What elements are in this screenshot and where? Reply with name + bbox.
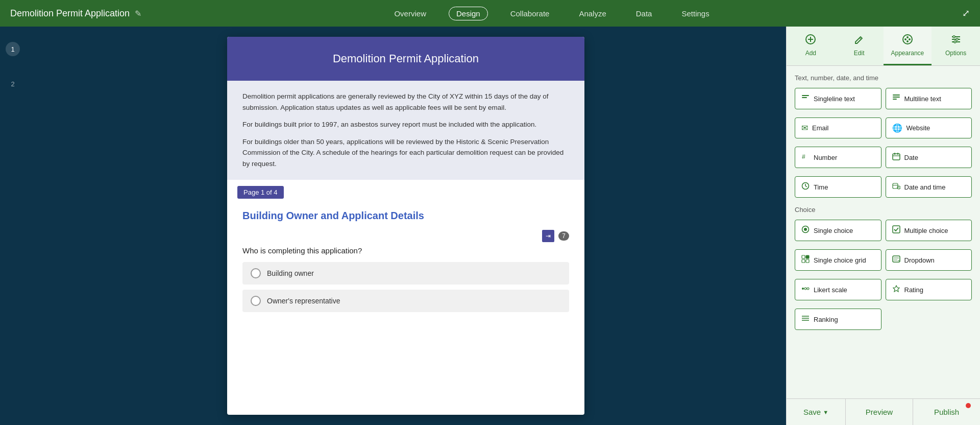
question-count: 7	[558, 231, 569, 241]
question-area: ⇥ 7 Who is completing this application? …	[227, 230, 584, 327]
widget-dropdown-label: Dropdown	[904, 256, 935, 264]
nav-design[interactable]: Design	[449, 7, 488, 20]
tab-options[interactable]: Options	[932, 27, 980, 65]
move-question-icon[interactable]: ⇥	[542, 230, 554, 242]
text-section-label: Text, number, date, and time	[795, 74, 972, 82]
nav-center: Overview Design Collaborate Analyze Data…	[141, 7, 962, 20]
multiple-choice-icon	[892, 225, 900, 235]
widget-grid-7: Likert scale Rating	[795, 279, 972, 300]
section-title: Building Owner and Applicant Details	[227, 205, 584, 230]
widget-likert-label: Likert scale	[814, 286, 847, 294]
save-button[interactable]: Save ▼	[787, 399, 846, 425]
widget-single-choice[interactable]: Single choice	[795, 220, 881, 241]
option-label-1: Building owner	[267, 269, 314, 277]
publish-notification-dot	[966, 403, 971, 408]
svg-rect-35	[802, 255, 805, 258]
nav-settings[interactable]: Settings	[674, 7, 716, 20]
svg-rect-37	[802, 259, 805, 263]
dropdown-icon	[892, 255, 900, 265]
widget-multiline-text[interactable]: Multiline text	[886, 88, 972, 109]
widget-likert-scale[interactable]: Likert scale	[795, 279, 881, 300]
tab-appearance-label: Appearance	[891, 50, 924, 57]
widget-multiline-label: Multiline text	[904, 95, 941, 103]
tab-edit[interactable]: Edit	[835, 27, 884, 65]
options-tab-icon	[950, 34, 962, 48]
nav-overview[interactable]: Overview	[387, 7, 433, 20]
appearance-tab-icon	[902, 34, 913, 48]
form-header: Demolition Permit Application	[227, 37, 584, 81]
nav-analyze[interactable]: Analyze	[572, 7, 613, 20]
canvas-area: Demolition Permit Application Demolition…	[26, 27, 786, 425]
widget-grid-8: Ranking	[795, 309, 972, 330]
widget-grid-2: ✉ Email 🌐 Website	[795, 117, 972, 138]
widget-date-and-time-label: Date and time	[904, 183, 946, 191]
preview-label: Preview	[866, 408, 893, 416]
description-p1: Demolition permit applications are gener…	[242, 91, 569, 113]
radio-circle-1	[251, 268, 261, 278]
svg-marker-45	[893, 286, 899, 292]
widget-number[interactable]: # Number	[795, 147, 881, 168]
option-building-owner[interactable]: Building owner	[242, 262, 569, 285]
widget-date[interactable]: Date	[886, 147, 972, 168]
top-navigation: Demolition Permit Application ✎ Overview…	[0, 0, 980, 27]
widget-date-and-time[interactable]: Date and time	[886, 176, 972, 198]
svg-text:#: #	[802, 153, 805, 160]
form-description: Demolition permit applications are gener…	[227, 81, 584, 180]
widget-grid-1: Singleline text Multiline text	[795, 88, 972, 109]
svg-point-44	[807, 288, 809, 290]
share-icon[interactable]: ⤢	[962, 8, 970, 19]
tab-add-label: Add	[805, 50, 816, 57]
widget-website[interactable]: 🌐 Website	[886, 117, 972, 138]
widget-date-label: Date	[904, 154, 918, 161]
widget-multiple-choice[interactable]: Multiple choice	[886, 220, 972, 241]
nav-collaborate[interactable]: Collaborate	[503, 7, 557, 20]
widget-dropdown[interactable]: Dropdown	[886, 249, 972, 271]
svg-rect-20	[893, 154, 900, 160]
page-num-2[interactable]: 2	[6, 77, 20, 91]
svg-point-42	[802, 288, 804, 290]
widget-multiple-choice-label: Multiple choice	[904, 227, 948, 234]
widget-ranking[interactable]: Ranking	[795, 309, 881, 330]
widget-website-label: Website	[906, 124, 930, 132]
number-icon: #	[801, 152, 810, 162]
form-title: Demolition Permit Application	[237, 52, 574, 65]
widget-email[interactable]: ✉ Email	[795, 117, 881, 138]
preview-button[interactable]: Preview	[846, 399, 913, 425]
publish-button[interactable]: Publish	[913, 399, 980, 425]
svg-rect-18	[893, 99, 897, 100]
tab-appearance[interactable]: Appearance	[884, 27, 932, 65]
svg-point-13	[954, 41, 956, 43]
svg-rect-15	[802, 97, 807, 98]
svg-rect-14	[802, 95, 809, 96]
svg-point-3	[903, 35, 912, 44]
widget-single-choice-grid[interactable]: Single choice grid	[795, 249, 881, 271]
panel-tabs: Add Edit Appearance Options	[787, 27, 980, 66]
widget-singleline-text[interactable]: Singleline text	[795, 88, 881, 109]
question-text: Who is completing this application?	[242, 246, 569, 255]
widget-single-choice-label: Single choice	[814, 227, 853, 234]
widget-grid-5: Single choice Multiple choice	[795, 220, 972, 241]
main-content: 1 2 Demolition Permit Application Demoli…	[0, 27, 980, 425]
nav-data[interactable]: Data	[629, 7, 659, 20]
form-body: Page 1 of 4 Building Owner and Applicant…	[227, 180, 584, 327]
widget-time[interactable]: Time	[795, 176, 881, 198]
save-dropdown-icon[interactable]: ▼	[823, 409, 828, 415]
time-icon	[801, 182, 810, 192]
page-num-1[interactable]: 1	[6, 42, 20, 56]
publish-label: Publish	[934, 408, 959, 416]
date-and-time-icon	[892, 182, 900, 192]
save-label: Save	[803, 408, 821, 416]
app-title-group: Demolition Permit Application ✎	[10, 8, 141, 19]
singleline-text-icon	[801, 93, 810, 104]
widget-rating[interactable]: Rating	[886, 279, 972, 300]
option-owners-representative[interactable]: Owner's representative	[242, 290, 569, 312]
add-tab-icon	[805, 34, 816, 48]
tab-add[interactable]: Add	[787, 27, 835, 65]
widget-single-choice-grid-label: Single choice grid	[814, 256, 866, 264]
svg-point-43	[804, 288, 806, 290]
svg-line-26	[805, 186, 807, 187]
edit-title-icon[interactable]: ✎	[135, 9, 141, 18]
svg-point-5	[906, 36, 909, 38]
widget-rating-label: Rating	[904, 286, 924, 294]
widget-grid-6: Single choice grid Dropdown	[795, 249, 972, 271]
